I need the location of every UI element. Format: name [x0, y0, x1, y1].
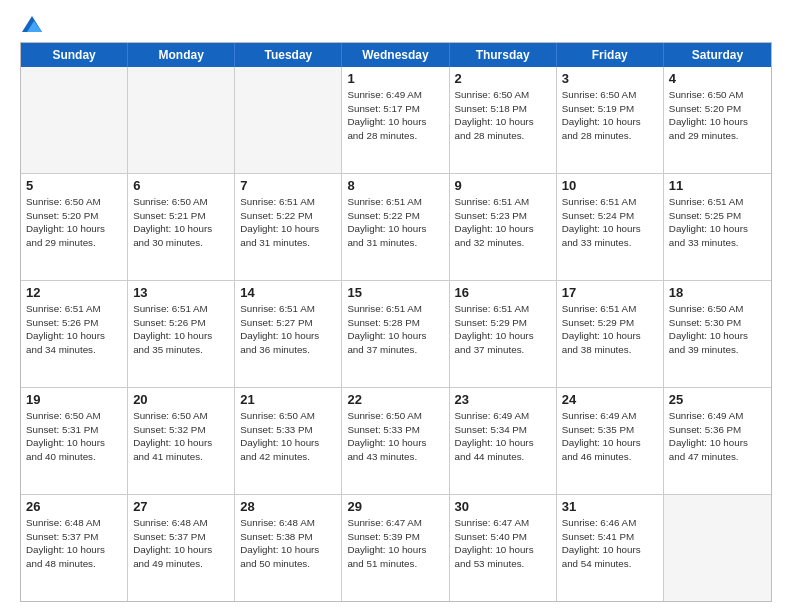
day-number: 29	[347, 499, 443, 514]
day-info: Sunrise: 6:48 AM Sunset: 5:37 PM Dayligh…	[133, 516, 229, 571]
day-info: Sunrise: 6:51 AM Sunset: 5:23 PM Dayligh…	[455, 195, 551, 250]
day-info: Sunrise: 6:51 AM Sunset: 5:29 PM Dayligh…	[455, 302, 551, 357]
day-cell-19: 19Sunrise: 6:50 AM Sunset: 5:31 PM Dayli…	[21, 388, 128, 494]
day-number: 1	[347, 71, 443, 86]
day-number: 8	[347, 178, 443, 193]
day-info: Sunrise: 6:51 AM Sunset: 5:26 PM Dayligh…	[26, 302, 122, 357]
day-info: Sunrise: 6:46 AM Sunset: 5:41 PM Dayligh…	[562, 516, 658, 571]
calendar-body: 1Sunrise: 6:49 AM Sunset: 5:17 PM Daylig…	[21, 67, 771, 601]
day-cell-25: 25Sunrise: 6:49 AM Sunset: 5:36 PM Dayli…	[664, 388, 771, 494]
day-info: Sunrise: 6:51 AM Sunset: 5:28 PM Dayligh…	[347, 302, 443, 357]
day-info: Sunrise: 6:50 AM Sunset: 5:33 PM Dayligh…	[240, 409, 336, 464]
day-number: 6	[133, 178, 229, 193]
day-cell-5: 5Sunrise: 6:50 AM Sunset: 5:20 PM Daylig…	[21, 174, 128, 280]
day-cell-4: 4Sunrise: 6:50 AM Sunset: 5:20 PM Daylig…	[664, 67, 771, 173]
day-number: 28	[240, 499, 336, 514]
day-info: Sunrise: 6:50 AM Sunset: 5:32 PM Dayligh…	[133, 409, 229, 464]
day-cell-31: 31Sunrise: 6:46 AM Sunset: 5:41 PM Dayli…	[557, 495, 664, 601]
day-info: Sunrise: 6:51 AM Sunset: 5:26 PM Dayligh…	[133, 302, 229, 357]
day-info: Sunrise: 6:49 AM Sunset: 5:17 PM Dayligh…	[347, 88, 443, 143]
day-cell-9: 9Sunrise: 6:51 AM Sunset: 5:23 PM Daylig…	[450, 174, 557, 280]
header	[20, 16, 772, 32]
day-info: Sunrise: 6:50 AM Sunset: 5:20 PM Dayligh…	[669, 88, 766, 143]
day-info: Sunrise: 6:49 AM Sunset: 5:35 PM Dayligh…	[562, 409, 658, 464]
day-cell-21: 21Sunrise: 6:50 AM Sunset: 5:33 PM Dayli…	[235, 388, 342, 494]
calendar: SundayMondayTuesdayWednesdayThursdayFrid…	[20, 42, 772, 602]
day-number: 27	[133, 499, 229, 514]
day-info: Sunrise: 6:50 AM Sunset: 5:20 PM Dayligh…	[26, 195, 122, 250]
weekday-header-saturday: Saturday	[664, 43, 771, 67]
calendar-row-0: 1Sunrise: 6:49 AM Sunset: 5:17 PM Daylig…	[21, 67, 771, 173]
day-number: 5	[26, 178, 122, 193]
logo	[20, 16, 42, 32]
day-number: 13	[133, 285, 229, 300]
day-number: 19	[26, 392, 122, 407]
day-info: Sunrise: 6:50 AM Sunset: 5:18 PM Dayligh…	[455, 88, 551, 143]
day-info: Sunrise: 6:51 AM Sunset: 5:29 PM Dayligh…	[562, 302, 658, 357]
day-info: Sunrise: 6:47 AM Sunset: 5:40 PM Dayligh…	[455, 516, 551, 571]
day-info: Sunrise: 6:50 AM Sunset: 5:21 PM Dayligh…	[133, 195, 229, 250]
day-info: Sunrise: 6:51 AM Sunset: 5:24 PM Dayligh…	[562, 195, 658, 250]
day-number: 11	[669, 178, 766, 193]
day-cell-12: 12Sunrise: 6:51 AM Sunset: 5:26 PM Dayli…	[21, 281, 128, 387]
day-number: 22	[347, 392, 443, 407]
day-cell-14: 14Sunrise: 6:51 AM Sunset: 5:27 PM Dayli…	[235, 281, 342, 387]
day-info: Sunrise: 6:51 AM Sunset: 5:27 PM Dayligh…	[240, 302, 336, 357]
calendar-row-1: 5Sunrise: 6:50 AM Sunset: 5:20 PM Daylig…	[21, 173, 771, 280]
weekday-header-wednesday: Wednesday	[342, 43, 449, 67]
logo-icon	[22, 16, 42, 32]
calendar-header: SundayMondayTuesdayWednesdayThursdayFrid…	[21, 43, 771, 67]
day-cell-17: 17Sunrise: 6:51 AM Sunset: 5:29 PM Dayli…	[557, 281, 664, 387]
day-cell-11: 11Sunrise: 6:51 AM Sunset: 5:25 PM Dayli…	[664, 174, 771, 280]
day-cell-29: 29Sunrise: 6:47 AM Sunset: 5:39 PM Dayli…	[342, 495, 449, 601]
day-cell-6: 6Sunrise: 6:50 AM Sunset: 5:21 PM Daylig…	[128, 174, 235, 280]
day-cell-7: 7Sunrise: 6:51 AM Sunset: 5:22 PM Daylig…	[235, 174, 342, 280]
day-number: 25	[669, 392, 766, 407]
day-cell-23: 23Sunrise: 6:49 AM Sunset: 5:34 PM Dayli…	[450, 388, 557, 494]
day-number: 7	[240, 178, 336, 193]
day-cell-20: 20Sunrise: 6:50 AM Sunset: 5:32 PM Dayli…	[128, 388, 235, 494]
weekday-header-sunday: Sunday	[21, 43, 128, 67]
day-number: 16	[455, 285, 551, 300]
day-cell-2: 2Sunrise: 6:50 AM Sunset: 5:18 PM Daylig…	[450, 67, 557, 173]
day-info: Sunrise: 6:51 AM Sunset: 5:25 PM Dayligh…	[669, 195, 766, 250]
day-number: 9	[455, 178, 551, 193]
day-cell-26: 26Sunrise: 6:48 AM Sunset: 5:37 PM Dayli…	[21, 495, 128, 601]
day-info: Sunrise: 6:50 AM Sunset: 5:31 PM Dayligh…	[26, 409, 122, 464]
day-number: 21	[240, 392, 336, 407]
day-cell-30: 30Sunrise: 6:47 AM Sunset: 5:40 PM Dayli…	[450, 495, 557, 601]
day-info: Sunrise: 6:51 AM Sunset: 5:22 PM Dayligh…	[240, 195, 336, 250]
day-info: Sunrise: 6:49 AM Sunset: 5:36 PM Dayligh…	[669, 409, 766, 464]
day-number: 18	[669, 285, 766, 300]
day-number: 2	[455, 71, 551, 86]
day-number: 30	[455, 499, 551, 514]
day-cell-10: 10Sunrise: 6:51 AM Sunset: 5:24 PM Dayli…	[557, 174, 664, 280]
day-cell-3: 3Sunrise: 6:50 AM Sunset: 5:19 PM Daylig…	[557, 67, 664, 173]
calendar-row-4: 26Sunrise: 6:48 AM Sunset: 5:37 PM Dayli…	[21, 494, 771, 601]
day-cell-22: 22Sunrise: 6:50 AM Sunset: 5:33 PM Dayli…	[342, 388, 449, 494]
day-info: Sunrise: 6:50 AM Sunset: 5:19 PM Dayligh…	[562, 88, 658, 143]
empty-cell-0-2	[235, 67, 342, 173]
calendar-row-2: 12Sunrise: 6:51 AM Sunset: 5:26 PM Dayli…	[21, 280, 771, 387]
day-cell-18: 18Sunrise: 6:50 AM Sunset: 5:30 PM Dayli…	[664, 281, 771, 387]
day-cell-27: 27Sunrise: 6:48 AM Sunset: 5:37 PM Dayli…	[128, 495, 235, 601]
weekday-header-thursday: Thursday	[450, 43, 557, 67]
weekday-header-tuesday: Tuesday	[235, 43, 342, 67]
day-number: 4	[669, 71, 766, 86]
day-cell-15: 15Sunrise: 6:51 AM Sunset: 5:28 PM Dayli…	[342, 281, 449, 387]
day-info: Sunrise: 6:51 AM Sunset: 5:22 PM Dayligh…	[347, 195, 443, 250]
day-number: 10	[562, 178, 658, 193]
weekday-header-friday: Friday	[557, 43, 664, 67]
day-info: Sunrise: 6:50 AM Sunset: 5:30 PM Dayligh…	[669, 302, 766, 357]
empty-cell-0-1	[128, 67, 235, 173]
day-info: Sunrise: 6:48 AM Sunset: 5:37 PM Dayligh…	[26, 516, 122, 571]
page: SundayMondayTuesdayWednesdayThursdayFrid…	[0, 0, 792, 612]
day-cell-13: 13Sunrise: 6:51 AM Sunset: 5:26 PM Dayli…	[128, 281, 235, 387]
day-info: Sunrise: 6:47 AM Sunset: 5:39 PM Dayligh…	[347, 516, 443, 571]
day-cell-1: 1Sunrise: 6:49 AM Sunset: 5:17 PM Daylig…	[342, 67, 449, 173]
empty-cell-0-0	[21, 67, 128, 173]
weekday-header-monday: Monday	[128, 43, 235, 67]
day-number: 12	[26, 285, 122, 300]
day-cell-16: 16Sunrise: 6:51 AM Sunset: 5:29 PM Dayli…	[450, 281, 557, 387]
day-number: 20	[133, 392, 229, 407]
